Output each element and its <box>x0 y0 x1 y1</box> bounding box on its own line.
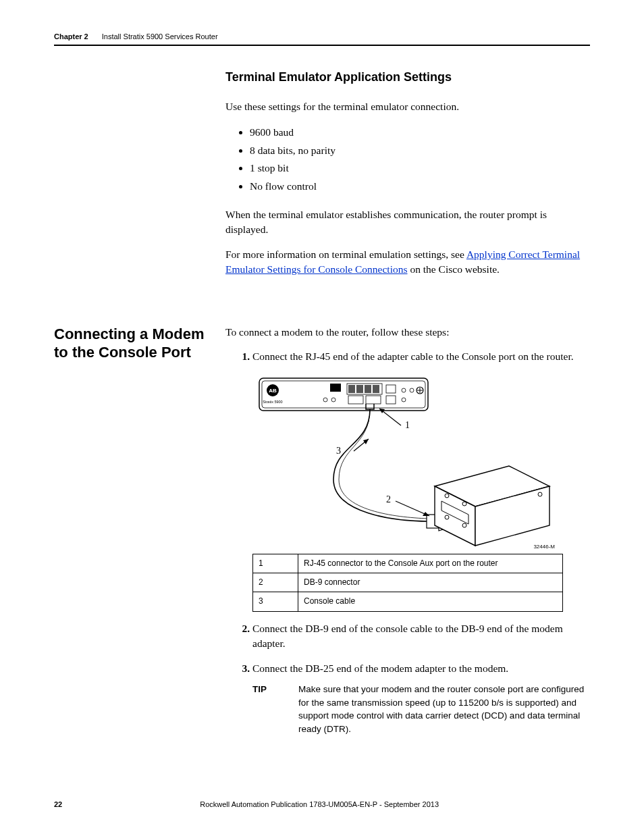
legend-text: RJ-45 connector to the Console Aux port … <box>298 554 563 573</box>
tip-block: TIP Make sure that your modem and the ro… <box>252 683 590 735</box>
table-row: 2 DB-9 connector <box>253 573 563 592</box>
step-text: Connect the DB-25 end of the modem adapt… <box>252 662 508 674</box>
chapter-title: Install Stratix 5900 Services Router <box>102 32 218 41</box>
paragraph: Use these settings for the terminal emul… <box>225 99 590 114</box>
running-header: Chapter 2 Install Stratix 5900 Services … <box>54 32 590 46</box>
step-item: Connect the DB-9 end of the console cabl… <box>252 621 590 652</box>
svg-rect-6 <box>356 385 363 393</box>
paragraph: For more information on terminal emulati… <box>225 247 590 278</box>
figure-router-modem: AB Stratix 5900 <box>252 371 590 612</box>
svg-rect-7 <box>365 385 371 393</box>
paragraph: When the terminal emulator establishes c… <box>225 207 590 238</box>
legend-num: 1 <box>253 554 298 573</box>
table-row: 1 RJ-45 connector to the Console Aux por… <box>253 554 563 573</box>
callout-3: 3 <box>336 446 341 456</box>
settings-list: 9600 baud 8 data bits, no parity 1 stop … <box>250 124 590 194</box>
legend-num: 3 <box>253 592 298 611</box>
step-text: Connect the RJ-45 end of the adapter cab… <box>252 350 574 362</box>
list-item: 1 stop bit <box>250 159 590 177</box>
legend-text: Console cable <box>298 592 563 611</box>
paragraph: To connect a modem to the router, follow… <box>225 325 590 340</box>
svg-marker-39 <box>423 512 429 516</box>
figure-legend: 1 RJ-45 connector to the Console Aux por… <box>252 554 563 612</box>
list-item: 9600 baud <box>250 124 590 141</box>
table-row: 3 Console cable <box>253 592 563 611</box>
publication-id: Rockwell Automation Publication 1783-UM0… <box>62 800 576 808</box>
legend-text: DB-9 connector <box>298 573 563 592</box>
list-item: 8 data bits, no parity <box>250 142 590 159</box>
page-footer: 22 Rockwell Automation Publication 1783-… <box>54 800 590 808</box>
tip-label: TIP <box>252 683 284 735</box>
text: For more information on terminal emulati… <box>225 249 466 260</box>
legend-num: 2 <box>253 573 298 592</box>
callout-2: 2 <box>386 494 391 504</box>
steps-list: Connect the RJ-45 end of the adapter cab… <box>225 349 590 735</box>
svg-rect-8 <box>373 385 379 393</box>
diagram-svg: AB Stratix 5900 <box>252 371 563 554</box>
svg-marker-37 <box>363 439 369 444</box>
section-heading-modem: Connecting a Modem to the Console Port <box>54 325 207 362</box>
figure-id: 32446-M <box>533 544 555 550</box>
callout-1: 1 <box>405 420 410 430</box>
svg-rect-3 <box>330 384 341 392</box>
page-number: 22 <box>54 800 62 808</box>
text: on the Cisco website. <box>408 263 500 275</box>
device-brand: AB <box>269 388 277 394</box>
svg-rect-5 <box>348 385 355 393</box>
svg-rect-0 <box>259 378 428 411</box>
tip-text: Make sure that your modem and the router… <box>298 683 590 735</box>
chapter-label: Chapter 2 <box>54 32 88 41</box>
list-item: No flow control <box>250 178 590 195</box>
device-model: Stratix 5900 <box>263 400 282 404</box>
step-item: Connect the DB-25 end of the modem adapt… <box>252 661 590 736</box>
step-item: Connect the RJ-45 end of the adapter cab… <box>252 349 590 612</box>
subheading-terminal-emulator: Terminal Emulator Application Settings <box>225 70 590 84</box>
